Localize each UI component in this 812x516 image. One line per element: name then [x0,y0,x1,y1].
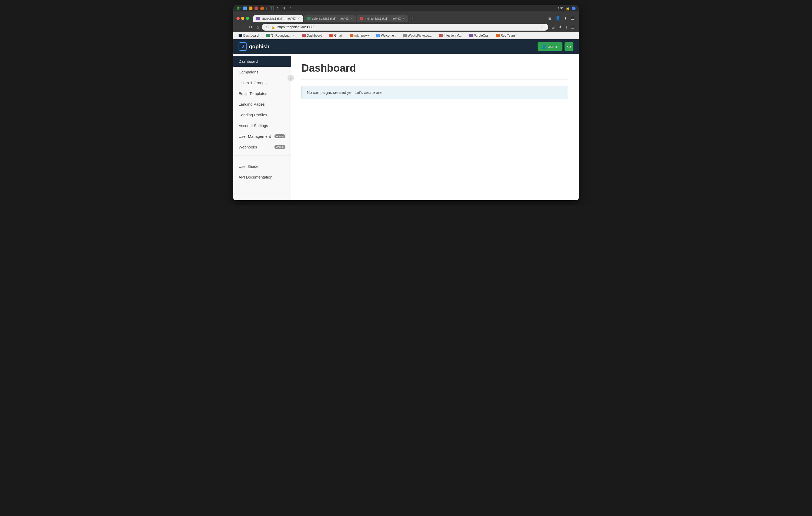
bookmarks-more-icon[interactable]: › [575,34,576,37]
bookmark-star-icon[interactable]: ☆ [541,25,544,29]
menu-icon[interactable]: ☰ [570,15,576,22]
gophish-logo[interactable]: J gophish [239,42,269,51]
bookmark-infection-label: Infection M... [444,34,462,37]
gophish-logo-text: gophish [249,44,269,50]
bookmark-mitmproxy[interactable]: mitmproxy [348,33,371,38]
os-clock: 1:53 [558,7,563,10]
bookmark-dashboard2-favicon [302,34,306,37]
sidebar-badge-user-management: Admin [274,134,285,138]
os-icon-kali: 🐉 [236,6,241,10]
bookmark-infection-favicon [439,34,443,37]
os-toolbar: 🐉 | 1 2 3 4 1:53 🔒 [233,5,579,12]
tab-label-3: monitor.lab:1 (kali) – noVNC [365,17,401,20]
close-button[interactable] [236,17,240,20]
browser-tab-2[interactable]: defense.lab:1 (kali) – noVNC ✕ [304,15,356,22]
bookmark-gmail[interactable]: Gmail [327,33,344,38]
os-workspace-1[interactable]: 1 [269,6,273,10]
logout-button[interactable]: ⏻ [564,42,573,51]
toolbar-menu-icon[interactable]: ☰ [570,24,576,31]
bookmark-roundcube-close[interactable]: ✕ [293,34,295,37]
sidebar-item-account-settings[interactable]: Account Settings [233,120,291,131]
sidebar: ‹ Dashboard Campaigns Users & Groups Ema… [233,54,291,200]
bookmark-welcome-label: Welcome : [381,34,396,37]
sidebar-item-sending-profiles[interactable]: Sending Profiles [233,110,291,120]
sidebar-item-user-management[interactable]: User Management Admin [233,131,291,142]
forward-button[interactable]: › [242,24,245,31]
traffic-lights [236,17,249,20]
gophish-logo-icon: J [239,42,247,51]
maximize-button[interactable] [246,17,249,20]
sidebar-item-email-templates[interactable]: Email Templates [233,88,291,99]
download-icon[interactable]: ⬇ [563,15,569,22]
admin-button[interactable]: 👤 admin [538,42,562,51]
toolbar-extension-icon[interactable]: ⊞ [550,24,556,31]
tab-favicon-3 [360,17,364,20]
profile-icon[interactable]: 👤 [554,15,561,22]
shield-icon: 🛡 [266,25,269,29]
lock-icon: 🔒 [271,25,275,29]
bookmark-gophish-label: Dashboard [243,34,259,37]
sidebar-item-landing-pages[interactable]: Landing Pages [233,99,291,110]
browser-toolbar: ‹ › ↻ ⌂ 🛡 🔒 https://gophish.lab:3333 ☆ ⊞… [233,22,579,32]
sidebar-item-users-groups[interactable]: Users & Groups [233,78,291,88]
bookmarks-bar: Dashboard (1) Roundcu... ✕ Dashboard Gma… [233,32,579,39]
sidebar-label-webhooks: Webhooks [239,145,257,149]
bookmark-roundcube[interactable]: (1) Roundcu... ✕ [264,33,297,38]
bookmark-dashboard2-label: Dashboard [307,34,322,37]
sidebar-label-campaigns: Campaigns [239,70,258,74]
sidebar-collapse-button[interactable]: ‹ [288,75,294,81]
sidebar-label-user-guide: User Guide [239,164,258,169]
sidebar-label-api-docs: API Documentation [239,175,272,179]
home-button[interactable]: ⌂ [255,24,260,31]
bookmark-redteam[interactable]: Red Team | [494,33,519,38]
os-google-icon [572,6,576,10]
os-taskbar-icon [243,6,247,10]
refresh-button[interactable]: ↻ [248,24,253,31]
browser-tabs: attack.lab:1 (kali) – noVNC ✕ defense.la… [253,14,545,22]
admin-label: admin [548,44,558,49]
bookmark-welcome[interactable]: Welcome : [374,33,398,38]
bookmark-redteam-favicon [496,34,500,37]
sidebar-item-dashboard[interactable]: Dashboard [233,56,291,67]
bookmark-wacko[interactable]: WackoPicko.co... [401,33,434,38]
sidebar-divider [233,155,291,156]
bookmark-gmail-favicon [329,34,333,37]
sidebar-item-api-docs[interactable]: API Documentation [233,172,291,182]
os-workspace-2[interactable]: 2 [276,6,280,10]
bookmark-infection[interactable]: Infection M... [437,33,464,38]
address-bar-url[interactable]: https://gophish.lab:3333 [277,25,539,29]
toolbar-right-icons: ⊞ ⬇ ↑ ☰ [550,24,576,31]
bookmark-purpleops[interactable]: PurpleOps [467,33,491,38]
sidebar-label-dashboard: Dashboard [239,59,258,63]
bookmark-wacko-label: WackoPicko.co... [408,34,432,37]
browser-tab-1[interactable]: attack.lab:1 (kali) – noVNC ✕ [253,15,303,22]
os-folder-icon [249,6,253,10]
sidebar-item-user-guide[interactable]: User Guide [233,161,291,172]
tab-close-3[interactable]: ✕ [402,17,405,20]
tab-close-1[interactable]: ✕ [297,17,300,20]
toolbar-download-icon[interactable]: ⬇ [557,24,563,31]
sidebar-item-webhooks[interactable]: Webhooks Admin [233,142,291,152]
bookmark-purpleops-label: PurpleOps [474,34,489,37]
bookmark-gophish[interactable]: Dashboard [236,33,261,38]
browser-window: 🐉 | 1 2 3 4 1:53 🔒 attack.lab:1 (kali) –… [233,5,579,200]
tab-close-2[interactable]: ✕ [350,17,353,20]
sidebar-item-campaigns[interactable]: Campaigns [233,67,291,78]
toolbar-share-icon[interactable]: ↑ [564,24,569,31]
sidebar-bottom: User Guide API Documentation [233,159,291,185]
bookmark-roundcube-favicon [266,34,270,37]
browser-tab-3[interactable]: monitor.lab:1 (kali) – noVNC ✕ [356,15,408,22]
new-tab-button[interactable]: + [409,14,416,22]
bookmark-dashboard2[interactable]: Dashboard [300,33,324,38]
title-bar-icons: ⊞ 👤 ⬇ ☰ [547,15,576,22]
back-button[interactable]: ‹ [236,24,240,31]
address-bar-container: 🛡 🔒 https://gophish.lab:3333 ☆ [262,24,548,31]
os-workspace-4[interactable]: 4 [288,6,292,10]
page-title: Dashboard [301,62,568,74]
os-lock-icon: 🔒 [566,6,570,10]
os-browser-icon [260,6,264,10]
sidebar-badge-webhooks: Admin [274,145,285,149]
minimize-button[interactable] [241,17,244,20]
extension-icon[interactable]: ⊞ [547,15,553,22]
os-workspace-3[interactable]: 3 [282,6,286,10]
